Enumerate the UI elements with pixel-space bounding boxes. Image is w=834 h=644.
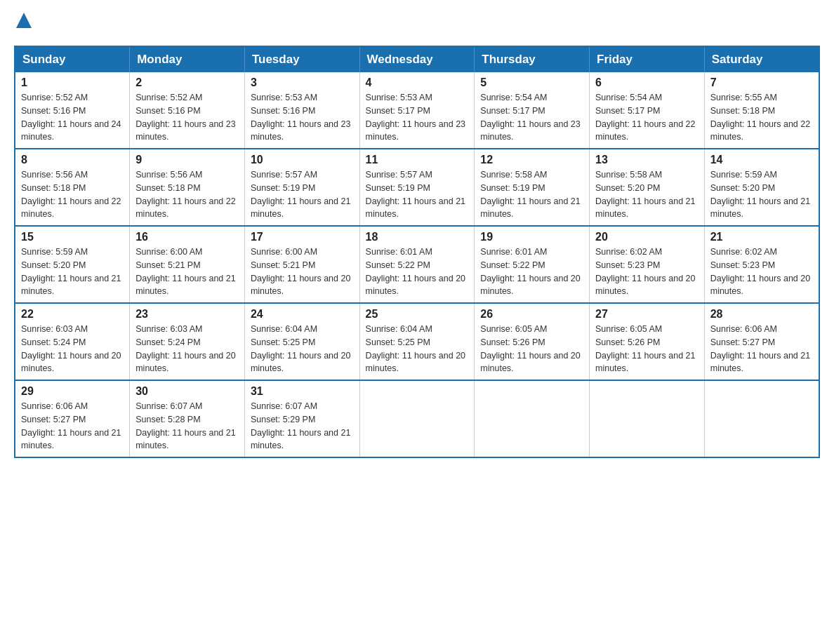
calendar-day-cell: 15 Sunrise: 5:59 AM Sunset: 5:20 PM Dayl…	[15, 226, 130, 303]
day-info: Sunrise: 6:02 AM Sunset: 5:23 PM Dayligh…	[595, 246, 699, 298]
day-number: 12	[480, 154, 583, 166]
day-number: 27	[595, 308, 699, 321]
day-info: Sunrise: 6:01 AM Sunset: 5:22 PM Dayligh…	[366, 246, 469, 298]
day-of-week-header: Monday	[130, 46, 245, 72]
calendar-day-cell: 28 Sunrise: 6:06 AM Sunset: 5:27 PM Dayl…	[704, 303, 819, 380]
calendar-day-cell: 16 Sunrise: 6:00 AM Sunset: 5:21 PM Dayl…	[130, 226, 245, 303]
day-info: Sunrise: 6:02 AM Sunset: 5:23 PM Dayligh…	[710, 246, 813, 298]
calendar-day-cell: 22 Sunrise: 6:03 AM Sunset: 5:24 PM Dayl…	[15, 303, 130, 380]
calendar-day-cell: 27 Sunrise: 6:05 AM Sunset: 5:26 PM Dayl…	[590, 303, 705, 380]
calendar-day-cell: 29 Sunrise: 6:06 AM Sunset: 5:27 PM Dayl…	[15, 380, 130, 457]
calendar-day-cell	[590, 380, 705, 457]
calendar-day-cell: 7 Sunrise: 5:55 AM Sunset: 5:18 PM Dayli…	[704, 72, 819, 149]
calendar-week-row: 15 Sunrise: 5:59 AM Sunset: 5:20 PM Dayl…	[15, 226, 819, 303]
day-number: 10	[251, 154, 354, 166]
day-number: 19	[480, 231, 583, 243]
calendar-week-row: 8 Sunrise: 5:56 AM Sunset: 5:18 PM Dayli…	[15, 149, 819, 226]
day-number: 17	[251, 231, 354, 243]
day-info: Sunrise: 5:56 AM Sunset: 5:18 PM Dayligh…	[135, 168, 239, 221]
day-number: 11	[366, 154, 469, 166]
day-number: 4	[366, 76, 469, 89]
day-info: Sunrise: 5:52 AM Sunset: 5:16 PM Dayligh…	[135, 91, 239, 144]
day-info: Sunrise: 5:53 AM Sunset: 5:17 PM Dayligh…	[366, 91, 469, 144]
day-info: Sunrise: 5:54 AM Sunset: 5:17 PM Dayligh…	[480, 91, 583, 144]
day-info: Sunrise: 5:57 AM Sunset: 5:19 PM Dayligh…	[366, 168, 469, 221]
calendar-day-cell: 24 Sunrise: 6:04 AM Sunset: 5:25 PM Dayl…	[244, 303, 359, 380]
day-info: Sunrise: 6:00 AM Sunset: 5:21 PM Dayligh…	[135, 246, 239, 298]
day-info: Sunrise: 5:58 AM Sunset: 5:19 PM Dayligh…	[480, 168, 583, 221]
day-info: Sunrise: 6:05 AM Sunset: 5:26 PM Dayligh…	[595, 323, 699, 375]
day-number: 3	[251, 76, 354, 89]
day-info: Sunrise: 5:58 AM Sunset: 5:20 PM Dayligh…	[595, 168, 699, 221]
day-number: 8	[21, 154, 124, 166]
day-info: Sunrise: 5:59 AM Sunset: 5:20 PM Dayligh…	[710, 168, 813, 221]
day-number: 23	[135, 308, 239, 321]
day-of-week-header: Friday	[590, 46, 705, 72]
calendar-day-cell: 12 Sunrise: 5:58 AM Sunset: 5:19 PM Dayl…	[475, 149, 590, 226]
day-info: Sunrise: 5:57 AM Sunset: 5:19 PM Dayligh…	[251, 168, 354, 221]
day-info: Sunrise: 5:55 AM Sunset: 5:18 PM Dayligh…	[710, 91, 813, 144]
day-info: Sunrise: 5:52 AM Sunset: 5:16 PM Dayligh…	[21, 91, 124, 144]
day-info: Sunrise: 6:05 AM Sunset: 5:26 PM Dayligh…	[480, 323, 583, 375]
calendar-header-row: SundayMondayTuesdayWednesdayThursdayFrid…	[15, 46, 819, 72]
calendar-day-cell	[359, 380, 475, 457]
page-header	[14, 14, 820, 32]
svg-marker-0	[16, 13, 32, 28]
day-number: 1	[21, 76, 124, 89]
calendar-week-row: 22 Sunrise: 6:03 AM Sunset: 5:24 PM Dayl…	[15, 303, 819, 380]
calendar-day-cell: 3 Sunrise: 5:53 AM Sunset: 5:16 PM Dayli…	[244, 72, 359, 149]
day-info: Sunrise: 6:04 AM Sunset: 5:25 PM Dayligh…	[251, 323, 354, 375]
calendar-day-cell: 4 Sunrise: 5:53 AM Sunset: 5:17 PM Dayli…	[359, 72, 475, 149]
day-info: Sunrise: 6:03 AM Sunset: 5:24 PM Dayligh…	[21, 323, 124, 375]
day-number: 6	[595, 76, 699, 89]
day-number: 14	[710, 154, 813, 166]
day-number: 21	[710, 231, 813, 243]
calendar-day-cell: 9 Sunrise: 5:56 AM Sunset: 5:18 PM Dayli…	[130, 149, 245, 226]
calendar-day-cell: 1 Sunrise: 5:52 AM Sunset: 5:16 PM Dayli…	[15, 72, 130, 149]
day-number: 9	[135, 154, 239, 166]
calendar-day-cell: 21 Sunrise: 6:02 AM Sunset: 5:23 PM Dayl…	[704, 226, 819, 303]
day-info: Sunrise: 5:59 AM Sunset: 5:20 PM Dayligh…	[21, 246, 124, 298]
calendar-day-cell: 11 Sunrise: 5:57 AM Sunset: 5:19 PM Dayl…	[359, 149, 475, 226]
day-info: Sunrise: 5:54 AM Sunset: 5:17 PM Dayligh…	[595, 91, 699, 144]
day-number: 18	[366, 231, 469, 243]
day-number: 30	[135, 385, 239, 398]
calendar-day-cell: 30 Sunrise: 6:07 AM Sunset: 5:28 PM Dayl…	[130, 380, 245, 457]
day-number: 15	[21, 231, 124, 243]
day-info: Sunrise: 5:53 AM Sunset: 5:16 PM Dayligh…	[251, 91, 354, 144]
calendar-day-cell: 19 Sunrise: 6:01 AM Sunset: 5:22 PM Dayl…	[475, 226, 590, 303]
calendar-day-cell: 18 Sunrise: 6:01 AM Sunset: 5:22 PM Dayl…	[359, 226, 475, 303]
calendar-day-cell: 23 Sunrise: 6:03 AM Sunset: 5:24 PM Dayl…	[130, 303, 245, 380]
day-of-week-header: Saturday	[704, 46, 819, 72]
day-number: 29	[21, 385, 124, 398]
calendar-day-cell: 20 Sunrise: 6:02 AM Sunset: 5:23 PM Dayl…	[590, 226, 705, 303]
logo-triangle-icon	[16, 13, 32, 28]
calendar-day-cell: 25 Sunrise: 6:04 AM Sunset: 5:25 PM Dayl…	[359, 303, 475, 380]
day-number: 20	[595, 231, 699, 243]
day-info: Sunrise: 6:07 AM Sunset: 5:28 PM Dayligh…	[135, 400, 239, 452]
calendar-day-cell: 14 Sunrise: 5:59 AM Sunset: 5:20 PM Dayl…	[704, 149, 819, 226]
calendar-day-cell: 13 Sunrise: 5:58 AM Sunset: 5:20 PM Dayl…	[590, 149, 705, 226]
day-info: Sunrise: 6:04 AM Sunset: 5:25 PM Dayligh…	[366, 323, 469, 375]
day-of-week-header: Wednesday	[359, 46, 475, 72]
day-number: 13	[595, 154, 699, 166]
day-number: 24	[251, 308, 354, 321]
day-number: 28	[710, 308, 813, 321]
day-of-week-header: Thursday	[475, 46, 590, 72]
calendar-day-cell: 26 Sunrise: 6:05 AM Sunset: 5:26 PM Dayl…	[475, 303, 590, 380]
calendar-day-cell: 6 Sunrise: 5:54 AM Sunset: 5:17 PM Dayli…	[590, 72, 705, 149]
day-number: 16	[135, 231, 239, 243]
day-info: Sunrise: 6:01 AM Sunset: 5:22 PM Dayligh…	[480, 246, 583, 298]
day-info: Sunrise: 6:06 AM Sunset: 5:27 PM Dayligh…	[710, 323, 813, 375]
calendar-week-row: 1 Sunrise: 5:52 AM Sunset: 5:16 PM Dayli…	[15, 72, 819, 149]
day-number: 7	[710, 76, 813, 89]
calendar-day-cell: 17 Sunrise: 6:00 AM Sunset: 5:21 PM Dayl…	[244, 226, 359, 303]
day-info: Sunrise: 6:03 AM Sunset: 5:24 PM Dayligh…	[135, 323, 239, 375]
calendar-week-row: 29 Sunrise: 6:06 AM Sunset: 5:27 PM Dayl…	[15, 380, 819, 457]
day-number: 5	[480, 76, 583, 89]
calendar-table: SundayMondayTuesdayWednesdayThursdayFrid…	[14, 46, 820, 458]
day-of-week-header: Tuesday	[244, 46, 359, 72]
calendar-day-cell: 31 Sunrise: 6:07 AM Sunset: 5:29 PM Dayl…	[244, 380, 359, 457]
calendar-day-cell: 8 Sunrise: 5:56 AM Sunset: 5:18 PM Dayli…	[15, 149, 130, 226]
logo	[14, 14, 32, 32]
